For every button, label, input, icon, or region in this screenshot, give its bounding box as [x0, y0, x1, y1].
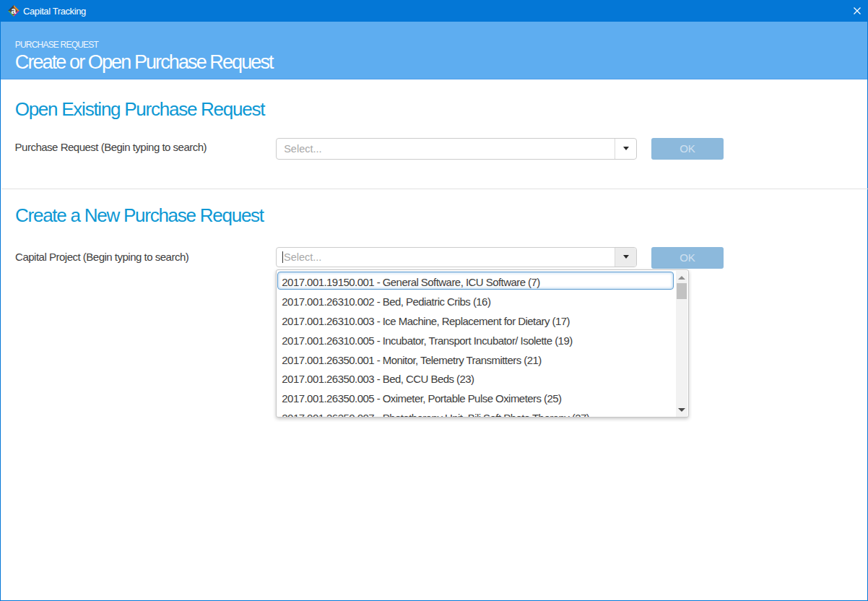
svg-text:a: a [11, 6, 16, 16]
